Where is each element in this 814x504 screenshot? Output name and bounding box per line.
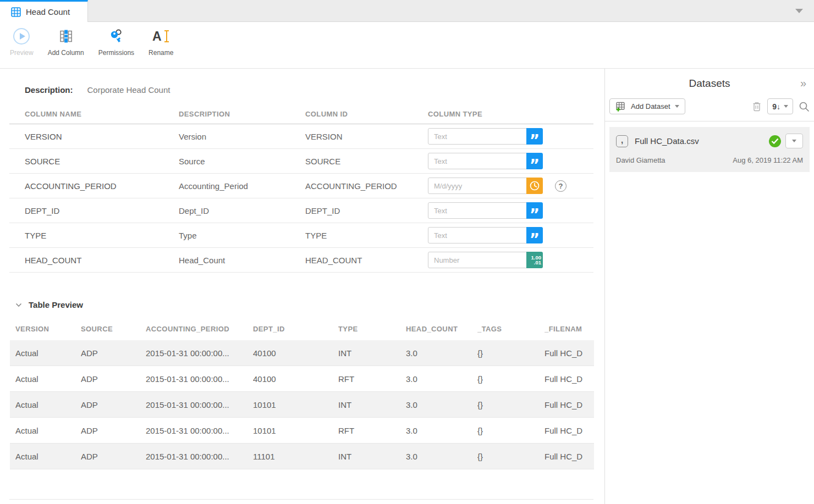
number-format-icon[interactable]: 1.00.01 [526,252,543,268]
dataset-filename: Full HC_Data.csv [635,136,769,146]
header-column-name: COLUMN NAME [25,110,179,118]
description-row: Description: Corporate Head Count [25,85,604,95]
pv-header-type: TYPE [338,325,406,333]
column-description: Head_Count [179,256,305,265]
table-row[interactable]: ActualADP2015-01-31 00:00:00...11101INT3… [10,444,594,469]
dataset-owner: David Giametta [616,156,666,164]
table-grid-icon [11,7,21,17]
dataset-item[interactable]: , Full HC_Data.csv David Giametta Aug 6,… [609,127,810,172]
csv-file-icon: , [616,135,628,147]
description-value: Corporate Head Count [87,85,170,95]
text-type-quote-icon[interactable]: ” [526,202,543,219]
column-name: DEPT_ID [25,206,179,215]
header-column-type: COLUMN TYPE [428,110,593,118]
column-name: TYPE [25,231,179,240]
bottom-divider [9,499,593,500]
column-type-input[interactable] [428,202,527,219]
dataset-timestamp: Aug 6, 2019 11:22 AM [733,156,803,164]
column-row-head-count: HEAD_COUNT Head_Count HEAD_COUNT 1.00.01 [9,248,593,273]
sidebar-divider [605,121,814,121]
column-name: HEAD_COUNT [25,256,179,265]
add-column-button[interactable]: Add Column [48,27,84,57]
datasets-controls: Add Dataset 9↓ [609,98,810,114]
date-format-input[interactable] [428,178,527,194]
rename-cursor-icon: A [152,27,170,45]
dataset-menu-button[interactable] [785,134,803,148]
column-row-accounting-period: ACCOUNTING_PERIOD Accounting_Period ACCO… [9,174,593,198]
column-row-source: SOURCE Source SOURCE ” [9,149,593,174]
number-type-input[interactable] [428,252,527,268]
pv-header-head-count: HEAD_COUNT [406,325,477,333]
table-row[interactable]: ActualADP2015-01-31 00:00:00...40100RFT3… [10,366,594,392]
header-column-id: COLUMN ID [305,110,428,118]
sort-label: 9↓ [772,102,780,111]
pv-header-accounting-period: ACCOUNTING_PERIOD [146,325,253,333]
table-row[interactable]: ActualADP2015-01-31 00:00:00...10101INT3… [10,392,594,418]
column-id: HEAD_COUNT [305,256,428,265]
column-description: Source [179,157,305,166]
check-circle-icon [769,135,781,147]
header-description: DESCRIPTION [179,110,305,118]
key-icon [109,27,123,45]
add-dataset-label: Add Dataset [631,102,670,110]
chevron-down-icon [675,105,679,108]
tab-bar: Head Count [0,0,814,22]
column-definitions-header: COLUMN NAME DESCRIPTION COLUMN ID COLUMN… [9,104,593,124]
column-id: SOURCE [305,157,428,166]
add-dataset-button[interactable]: Add Dataset [609,98,685,114]
description-label: Description: [25,85,73,95]
tab-label: Head Count [26,7,70,16]
column-name: ACCOUNTING_PERIOD [25,181,179,191]
column-row-version: VERSION Version VERSION ” [9,124,593,149]
table-preview-title: Table Preview [29,300,83,309]
table-row[interactable]: ActualADP2015-01-31 00:00:00...10101RFT3… [10,418,594,444]
pv-header-dept-id: DEPT_ID [253,325,338,333]
column-description: Accounting_Period [179,181,305,191]
chevron-down-icon [792,140,796,142]
column-row-type: TYPE Type TYPE ” [9,223,593,248]
column-description: Type [179,231,305,240]
column-type-input[interactable] [428,153,527,169]
column-id: VERSION [305,132,428,141]
chevron-down-icon [15,303,22,307]
column-id: ACCOUNTING_PERIOD [305,181,428,191]
table-row[interactable]: ActualADP2015-01-31 00:00:00...40100INT3… [10,340,594,366]
column-description: Dept_ID [179,206,305,215]
column-type-input[interactable] [428,128,527,145]
column-id: DEPT_ID [305,206,428,215]
search-icon[interactable] [799,101,810,112]
preview-button-label: Preview [10,49,34,57]
rename-button-label: Rename [148,49,173,57]
column-description: Version [179,132,305,141]
preview-table: VERSION SOURCE ACCOUNTING_PERIOD DEPT_ID… [10,317,594,469]
chevron-down-icon [784,105,788,108]
text-type-quote-icon[interactable]: ” [526,128,543,145]
date-type-clock-icon[interactable] [526,178,543,194]
permissions-button[interactable]: Permissions [98,27,134,57]
column-row-dept-id: DEPT_ID Dept_ID DEPT_ID ” [9,198,593,223]
pv-header-source: SOURCE [81,325,146,333]
pv-header-version: VERSION [15,325,81,333]
tab-overflow-chevron-down-icon[interactable] [795,9,803,13]
sort-button[interactable]: 9↓ [767,98,793,114]
column-name: VERSION [25,132,179,141]
text-type-quote-icon[interactable]: ” [526,227,543,243]
datasets-panel: Datasets » Add Dataset [605,69,814,504]
trash-icon[interactable] [752,101,762,112]
preview-button[interactable]: Preview [10,27,34,57]
double-chevron-right-icon[interactable]: » [800,77,806,88]
pv-header-filename: _FILENAM [544,325,594,333]
play-circle-icon [13,27,30,45]
add-dataset-grid-plus-icon [615,101,626,112]
add-column-button-label: Add Column [48,49,84,57]
add-column-icon [58,27,74,45]
preview-table-header: VERSION SOURCE ACCOUNTING_PERIOD DEPT_ID… [10,317,594,340]
column-type-input[interactable] [428,227,527,243]
table-definition-panel: Description: Corporate Head Count COLUMN… [0,69,605,504]
help-icon[interactable]: ? [555,180,566,192]
tab-head-count[interactable]: Head Count [0,0,88,22]
text-type-quote-icon[interactable]: ” [526,153,543,169]
table-preview-heading[interactable]: Table Preview [15,300,604,309]
column-name: SOURCE [25,157,179,166]
rename-button[interactable]: A Rename [148,27,173,57]
